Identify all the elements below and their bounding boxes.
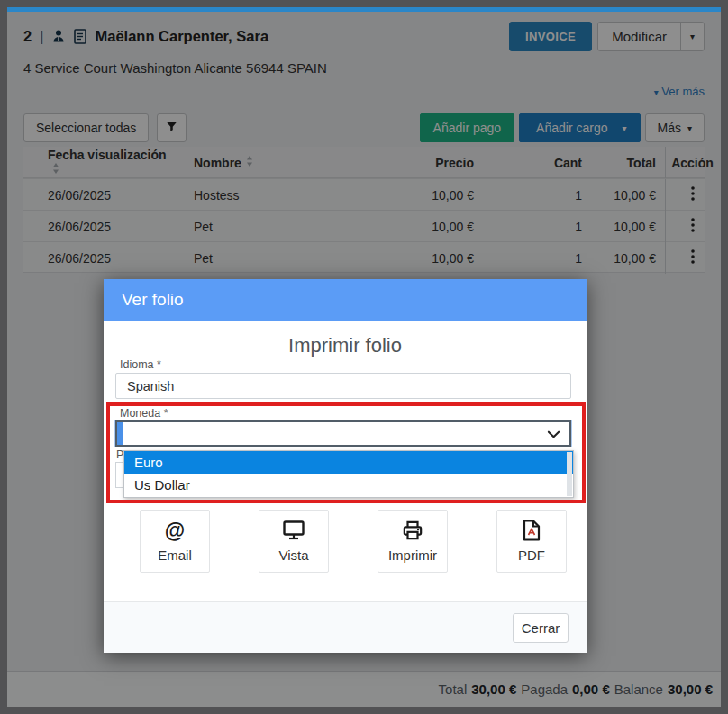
email-button[interactable]: @ Email <box>140 510 210 573</box>
moneda-label: Moneda * <box>120 407 168 420</box>
output-actions: @ Email Vista Imprimir PDF <box>140 510 567 573</box>
dropdown-option-usdollar[interactable]: Us Dollar <box>124 474 573 496</box>
dropdown-option-euro[interactable]: Euro <box>124 451 573 474</box>
modal-title: Ver folio <box>104 279 587 321</box>
cerrar-button[interactable]: Cerrar <box>513 613 569 643</box>
pdf-button[interactable]: PDF <box>496 510 567 573</box>
idioma-label: Idioma * <box>120 358 161 371</box>
vista-button[interactable]: Vista <box>259 510 329 573</box>
ver-folio-modal: Ver folio Imprimir folio Idioma * Spanis… <box>104 279 587 653</box>
modal-footer: Cerrar <box>104 601 587 653</box>
modal-heading: Imprimir folio <box>104 334 587 357</box>
imprimir-button[interactable]: Imprimir <box>378 510 448 573</box>
printer-icon <box>402 520 423 541</box>
monitor-icon <box>283 520 305 541</box>
dropdown-scrollbar[interactable] <box>567 452 572 496</box>
pdf-file-icon <box>523 520 541 541</box>
email-at-icon: @ <box>165 520 185 541</box>
moneda-dropdown-list: Euro Us Dollar <box>123 450 574 498</box>
selection-bar <box>117 422 123 445</box>
chevron-down-icon <box>547 428 560 445</box>
idioma-select[interactable]: Spanish <box>115 373 571 399</box>
moneda-select[interactable] <box>115 420 571 447</box>
